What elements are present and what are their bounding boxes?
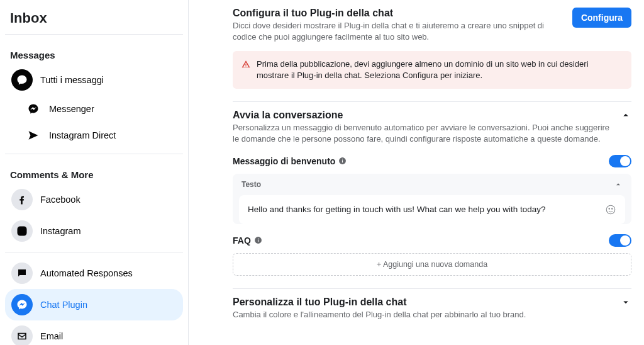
customize-subtitle: Cambia il colore e l'allineamento del Pl… <box>233 309 613 320</box>
sidebar-item-label: Instagram Direct <box>49 130 116 140</box>
section-messages: Messages <box>5 40 183 64</box>
alert-box: Prima della pubblicazione, devi aggiunge… <box>233 51 631 89</box>
welcome-text-input[interactable]: Hello and thanks for getting in touch wi… <box>239 195 625 224</box>
sidebar-item-instagram[interactable]: Instagram <box>5 215 183 247</box>
instagram-icon <box>11 220 33 242</box>
sidebar-item-automated[interactable]: Automated Responses <box>5 257 183 289</box>
chat-icon <box>11 69 33 91</box>
divider <box>5 252 183 252</box>
svg-rect-5 <box>342 159 343 159</box>
messenger-icon <box>25 101 42 117</box>
sidebar-item-chat-plugin[interactable]: Chat Plugin <box>5 289 183 320</box>
info-icon <box>338 157 347 165</box>
configure-title: Configura il tuo Plug-in della chat <box>233 8 565 19</box>
text-label: Testo <box>242 180 261 189</box>
main-content: Configura il tuo Plug-in della chat Dicc… <box>189 0 644 345</box>
svg-point-2 <box>24 228 25 229</box>
email-icon <box>11 325 33 345</box>
sidebar-item-label: Facebook <box>40 195 80 205</box>
add-question-button[interactable]: + Aggiungi una nuova domanda <box>233 253 631 276</box>
welcome-toggle[interactable] <box>609 155 631 167</box>
messenger-icon <box>11 294 33 315</box>
sidebar-item-email[interactable]: Email <box>5 320 183 345</box>
divider <box>5 34 183 35</box>
welcome-card: Testo Hello and thanks for getting in to… <box>233 174 631 224</box>
welcome-label: Messaggio di benvenuto <box>233 156 347 166</box>
welcome-text-value: Hello and thanks for getting in touch wi… <box>248 205 600 214</box>
sidebar-item-facebook[interactable]: Facebook <box>5 184 183 215</box>
start-subtitle: Personalizza un messaggio di benvenuto a… <box>233 122 613 144</box>
svg-point-8 <box>612 208 613 209</box>
start-block: Avvia la conversazione Personalizza un m… <box>233 102 631 288</box>
page-title: Inbox <box>5 5 183 29</box>
automated-icon <box>11 263 33 284</box>
svg-point-1 <box>20 229 24 233</box>
svg-rect-4 <box>342 160 343 162</box>
sidebar-item-label: Tutti i messaggi <box>40 75 104 85</box>
sidebar-item-instagram-direct[interactable]: Instagram Direct <box>5 122 183 149</box>
section-comments: Comments & More <box>5 159 183 184</box>
customize-block: Personalizza il tuo Plug-in della chat C… <box>233 289 631 333</box>
facebook-icon <box>11 189 33 210</box>
svg-rect-11 <box>258 238 258 239</box>
faq-label: FAQ <box>233 235 262 246</box>
start-title: Avvia la conversazione <box>233 110 613 121</box>
sidebar-item-label: Chat Plugin <box>40 300 87 310</box>
sidebar: Inbox Messages Tutti i messaggi Messenge… <box>0 0 189 345</box>
warning-icon <box>242 60 250 69</box>
faq-toggle[interactable] <box>609 234 631 247</box>
alert-text: Prima della pubblicazione, devi aggiunge… <box>257 59 623 81</box>
configure-button[interactable]: Configura <box>572 8 631 28</box>
send-icon <box>25 127 42 144</box>
svg-rect-10 <box>258 239 258 242</box>
emoji-icon[interactable] <box>605 204 616 215</box>
sidebar-item-label: Automated Responses <box>40 268 133 278</box>
sidebar-item-messenger[interactable]: Messenger <box>5 96 183 122</box>
configure-block: Configura il tuo Plug-in della chat Dicc… <box>233 0 631 102</box>
sidebar-item-label: Instagram <box>40 226 80 236</box>
chevron-up-icon[interactable] <box>614 180 623 189</box>
svg-point-7 <box>609 208 610 209</box>
chevron-down-icon[interactable] <box>620 297 631 308</box>
sidebar-item-label: Messenger <box>49 104 94 114</box>
divider <box>5 154 183 154</box>
configure-subtitle: Dicci dove desideri mostrare il Plug-in … <box>233 20 565 42</box>
sidebar-item-label: Email <box>40 331 63 341</box>
sidebar-item-all-messages[interactable]: Tutti i messaggi <box>5 64 183 96</box>
info-icon <box>254 236 262 244</box>
svg-point-6 <box>606 205 615 214</box>
customize-title: Personalizza il tuo Plug-in della chat <box>233 297 613 308</box>
chevron-up-icon[interactable] <box>620 110 631 121</box>
